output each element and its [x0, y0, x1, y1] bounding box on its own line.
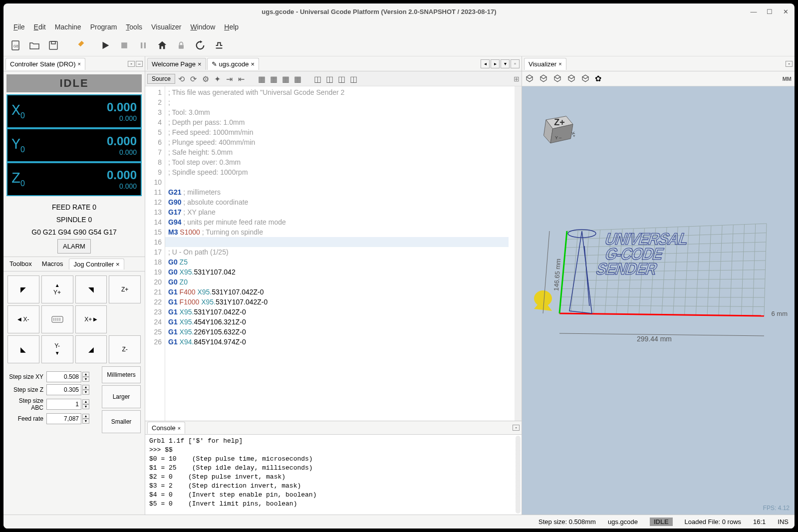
- tab-file[interactable]: ✎ ugs.gcode ×: [207, 58, 260, 70]
- expand-icon[interactable]: ⊞: [514, 75, 520, 83]
- tool-icon[interactable]: ▦: [258, 74, 267, 83]
- tab-welcome[interactable]: Welcome Page ×: [147, 58, 206, 70]
- new-file-icon[interactable]: G0: [7, 37, 23, 53]
- smaller-button[interactable]: Smaller: [102, 410, 141, 433]
- jog-button[interactable]: [41, 305, 73, 333]
- tool-icon[interactable]: ◫: [326, 74, 335, 83]
- close-icon[interactable]: ×: [116, 261, 120, 268]
- tool-icon[interactable]: ⟳: [190, 74, 199, 83]
- menu-visualizer[interactable]: Visualizer: [147, 21, 185, 33]
- code-editor[interactable]: 1234567891011121314151617181920212223242…: [145, 86, 522, 421]
- menu-tools[interactable]: Tools: [122, 21, 146, 33]
- unit-button[interactable]: Millimeters: [102, 366, 141, 383]
- home-icon[interactable]: [154, 37, 170, 53]
- axis-y[interactable]: Y0 0.0000.000: [6, 128, 142, 162]
- step-xy-input[interactable]: [46, 371, 81, 382]
- tool-icon[interactable]: ▦: [294, 74, 303, 83]
- menu-file[interactable]: File: [9, 21, 29, 33]
- vis-top-icon[interactable]: [567, 74, 577, 84]
- tool-icon[interactable]: ◫: [350, 74, 359, 83]
- jog-button[interactable]: ◀ X-: [7, 305, 39, 333]
- tool-icon[interactable]: ◫: [338, 74, 347, 83]
- menu-edit[interactable]: Edit: [30, 21, 50, 33]
- dro-tab[interactable]: Controller State (DRO) ×: [5, 58, 85, 70]
- tab-jog[interactable]: Jog Controller ×: [69, 259, 124, 269]
- jog-button[interactable]: ◣: [7, 335, 39, 363]
- nav-menu-icon[interactable]: ▾: [501, 59, 510, 68]
- vis-reset-icon[interactable]: [525, 74, 535, 84]
- tab-macros[interactable]: Macros: [38, 259, 67, 269]
- tab-console[interactable]: Console ×: [147, 422, 185, 434]
- close-icon[interactable]: ×: [198, 60, 202, 68]
- dock-min-icon[interactable]: –: [136, 61, 143, 67]
- larger-button[interactable]: Larger: [102, 385, 141, 408]
- close-icon[interactable]: ×: [77, 61, 80, 67]
- spin-up-icon[interactable]: ▲: [82, 399, 89, 404]
- tool-icon[interactable]: ▦: [282, 74, 291, 83]
- jog-button[interactable]: ◢: [75, 335, 107, 363]
- tool-icon[interactable]: ⇥: [226, 74, 235, 83]
- spin-down-icon[interactable]: ▼: [82, 419, 89, 424]
- jog-button[interactable]: Z+: [109, 275, 141, 303]
- dock-icon[interactable]: ▫: [513, 425, 520, 431]
- spin-down-icon[interactable]: ▼: [82, 377, 89, 382]
- jog-button[interactable]: Z-: [109, 335, 141, 363]
- spin-down-icon[interactable]: ▼: [82, 404, 89, 409]
- jog-button[interactable]: ▲Y+: [41, 275, 73, 303]
- console-output[interactable]: Grbl 1.1f ['$' for help] >>> $$ $0 = 10 …: [145, 435, 522, 515]
- close-icon[interactable]: ×: [251, 60, 255, 68]
- close-icon[interactable]: ×: [178, 425, 181, 431]
- tool-icon[interactable]: ▦: [270, 74, 279, 83]
- spin-down-icon[interactable]: ▼: [82, 390, 89, 395]
- dock-icon[interactable]: ▫: [786, 61, 793, 67]
- reset-icon[interactable]: [192, 37, 208, 53]
- axis-z[interactable]: Z0 0.0000.000: [6, 162, 142, 196]
- tool-icon[interactable]: ⇤: [238, 74, 247, 83]
- menu-machine[interactable]: Machine: [51, 21, 85, 33]
- connect-icon[interactable]: [71, 37, 87, 53]
- vis-front-icon[interactable]: [553, 74, 563, 84]
- close-icon[interactable]: ×: [558, 61, 561, 67]
- vis-settings-icon[interactable]: ✿: [595, 74, 605, 84]
- dock-left-icon[interactable]: ▫: [128, 61, 135, 67]
- axis-x[interactable]: X0 0.0000.000: [6, 94, 142, 128]
- close-button[interactable]: ✕: [782, 7, 790, 15]
- spin-up-icon[interactable]: ▲: [82, 372, 89, 377]
- menu-program[interactable]: Program: [86, 21, 121, 33]
- minimize-button[interactable]: —: [750, 7, 758, 15]
- vis-iso-icon[interactable]: [539, 74, 549, 84]
- tab-toolbox[interactable]: Toolbox: [5, 259, 36, 269]
- menu-window[interactable]: Window: [186, 21, 219, 33]
- alarm-button[interactable]: ALARM: [57, 239, 91, 254]
- scrollbar[interactable]: [515, 86, 522, 421]
- menu-help[interactable]: Help: [220, 21, 243, 33]
- tool-icon[interactable]: ✦: [214, 74, 223, 83]
- nav-max-icon[interactable]: ▫: [511, 59, 520, 68]
- pause-icon[interactable]: [135, 37, 151, 53]
- source-button[interactable]: Source: [147, 74, 175, 84]
- tab-visualizer[interactable]: Visualizer ×: [524, 58, 566, 70]
- probe-icon[interactable]: [211, 37, 227, 53]
- visualizer-canvas[interactable]: Z+ X+ Y –: [522, 86, 795, 515]
- step-z-input[interactable]: [46, 384, 81, 395]
- stop-icon[interactable]: [116, 37, 132, 53]
- tool-icon[interactable]: ⚙: [202, 74, 211, 83]
- save-file-icon[interactable]: [45, 37, 61, 53]
- feed-input[interactable]: [46, 413, 81, 424]
- jog-button[interactable]: ◥: [75, 275, 107, 303]
- tool-icon[interactable]: ⟲: [178, 74, 187, 83]
- spin-up-icon[interactable]: ▲: [82, 385, 89, 390]
- jog-button[interactable]: X+ ▶: [75, 305, 107, 333]
- jog-button[interactable]: Y-▼: [41, 335, 73, 363]
- maximize-button[interactable]: ☐: [766, 7, 774, 15]
- vis-side-icon[interactable]: [581, 74, 591, 84]
- jog-button[interactable]: ◤: [7, 275, 39, 303]
- tool-icon[interactable]: ◫: [314, 74, 323, 83]
- nav-prev-icon[interactable]: ◂: [481, 59, 490, 68]
- step-abc-input[interactable]: [46, 399, 81, 410]
- nav-next-icon[interactable]: ▸: [491, 59, 500, 68]
- open-file-icon[interactable]: [26, 37, 42, 53]
- lock-icon[interactable]: [173, 37, 189, 53]
- play-icon[interactable]: [97, 37, 113, 53]
- spin-up-icon[interactable]: ▲: [82, 414, 89, 419]
